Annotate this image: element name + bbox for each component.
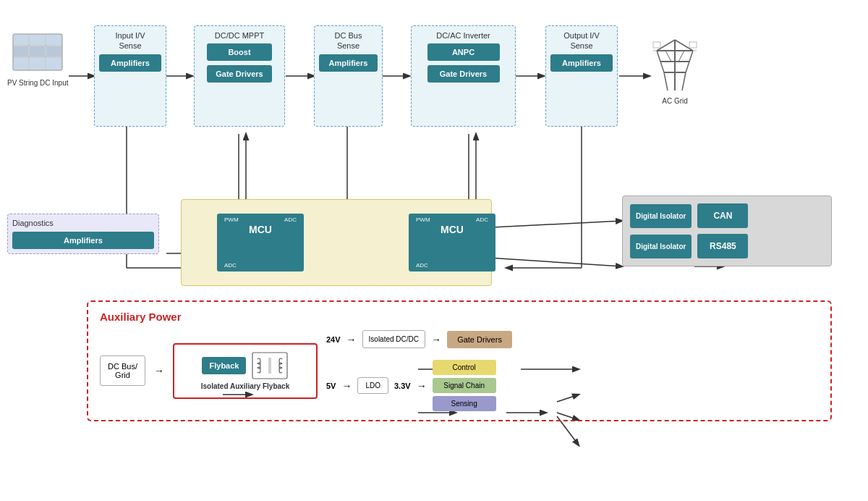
svg-line-51	[664, 72, 668, 90]
arrow-24v: →	[346, 334, 357, 345]
ldo-box: LDO	[357, 377, 388, 394]
output-iv-box: Output I/VSense Amplifiers	[545, 25, 618, 127]
dc-bus-amplifier: Amplifiers	[319, 54, 378, 72]
out-control: Control	[433, 360, 496, 375]
svg-rect-37	[14, 46, 28, 56]
mcu-right-label: MCU	[441, 224, 464, 235]
dcdc-mppt-title: DC/DC MPPT	[199, 30, 280, 41]
input-iv-title: Input I/VSense	[99, 30, 161, 51]
diagnostics-amplifier: Amplifiers	[12, 232, 154, 249]
diagnostics-title: Diagnostics	[12, 219, 154, 227]
digital-iso-bot: Digital Isolator	[630, 235, 692, 258]
svg-line-17	[477, 221, 622, 228]
svg-rect-35	[30, 35, 45, 45]
output-iv-title: Output I/VSense	[550, 30, 613, 51]
dcdc-mppt-box: DC/DC MPPT Boost Gate Drivers	[194, 25, 285, 127]
pv-label: PV String DC Input	[7, 79, 68, 87]
aux-title: Auxiliary Power	[100, 311, 819, 323]
dcdc-gate-drivers: Gate Drivers	[207, 65, 272, 83]
arrow-dc-to-flyback: →	[154, 365, 164, 376]
dc-bus-sense-box: DC BusSense Amplifiers	[314, 25, 383, 127]
isolated-dcdc: Isolated DC/DC	[362, 330, 425, 348]
mcu-left-pwm: PWM	[224, 216, 239, 223]
ac-grid-icon	[650, 36, 700, 94]
svg-line-18	[477, 257, 622, 266]
svg-line-52	[682, 72, 686, 90]
diagnostics-box: Diagnostics Amplifiers	[7, 214, 159, 254]
out-signal-chain: Signal Chain	[433, 378, 496, 393]
svg-line-47	[657, 40, 675, 51]
mcu-right-adc-top: ADC	[476, 216, 488, 223]
auxiliary-section: Auxiliary Power DC Bus/ Grid → Flyback	[87, 300, 832, 421]
out-gate-drivers: Gate Drivers	[447, 331, 512, 348]
svg-rect-40	[14, 58, 28, 70]
mcu-right-pwm: PWM	[416, 216, 430, 223]
mcu-left-label: MCU	[249, 224, 272, 235]
svg-line-48	[675, 40, 693, 51]
output-iv-amplifier: Amplifiers	[550, 54, 613, 72]
out-sensing: Sensing	[433, 396, 496, 411]
flyback-subtitle: Isolated Auxiliary Flyback	[201, 382, 289, 390]
dcac-anpc: ANPC	[427, 43, 500, 61]
transformer-icon	[252, 352, 288, 379]
dcdc-boost: Boost	[207, 43, 272, 61]
digital-iso-top: Digital Isolator	[630, 204, 692, 228]
svg-rect-58	[689, 42, 697, 48]
svg-line-54	[678, 51, 684, 62]
dcac-inverter-box: DC/AC Inverter ANPC Gate Drivers	[411, 25, 516, 127]
dcac-title: DC/AC Inverter	[416, 30, 511, 41]
arrow-33v: →	[417, 380, 427, 392]
mcu-left-block: PWM ADC MCU ADC	[217, 214, 304, 271]
v5-label: 5V	[326, 382, 336, 390]
can-box: CAN	[697, 203, 748, 228]
svg-rect-41	[30, 58, 45, 70]
arrow-iso-dcdc: →	[431, 334, 441, 345]
mcu-right-adc-bot: ADC	[416, 262, 428, 269]
mcu-left-adc-bot: ADC	[224, 262, 237, 269]
v24-label: 24V	[326, 335, 341, 344]
mcu-left-adc-top: ADC	[284, 216, 297, 223]
input-iv-box: Input I/VSense Amplifiers	[94, 25, 166, 127]
mcu-right-block: PWM ADC MCU ADC	[409, 214, 495, 271]
dc-bus-title: DC BusSense	[319, 30, 378, 51]
svg-rect-57	[653, 42, 660, 48]
svg-rect-38	[30, 46, 45, 56]
comms-section: Digital Isolator CAN Digital Isolator RS…	[622, 195, 832, 266]
svg-line-53	[665, 51, 671, 62]
flyback-label: Flyback	[202, 357, 246, 374]
pv-icon	[12, 33, 64, 76]
pv-input: PV String DC Input	[7, 33, 68, 87]
svg-rect-42	[46, 58, 61, 70]
svg-rect-59	[252, 353, 287, 379]
v33-label: 3.3V	[394, 382, 411, 390]
rs485-box: RS485	[697, 234, 748, 258]
arrow-5v: →	[341, 380, 352, 392]
flyback-box: Flyback	[173, 343, 318, 399]
ac-grid: AC Grid	[650, 36, 700, 105]
dcac-gate-drivers: Gate Drivers	[427, 65, 500, 83]
svg-rect-39	[46, 46, 61, 56]
svg-rect-36	[46, 35, 61, 45]
dc-bus-grid: DC Bus/ Grid	[100, 355, 145, 386]
svg-rect-34	[14, 35, 28, 45]
ac-grid-label: AC Grid	[662, 97, 688, 105]
input-iv-amplifier: Amplifiers	[99, 54, 161, 72]
